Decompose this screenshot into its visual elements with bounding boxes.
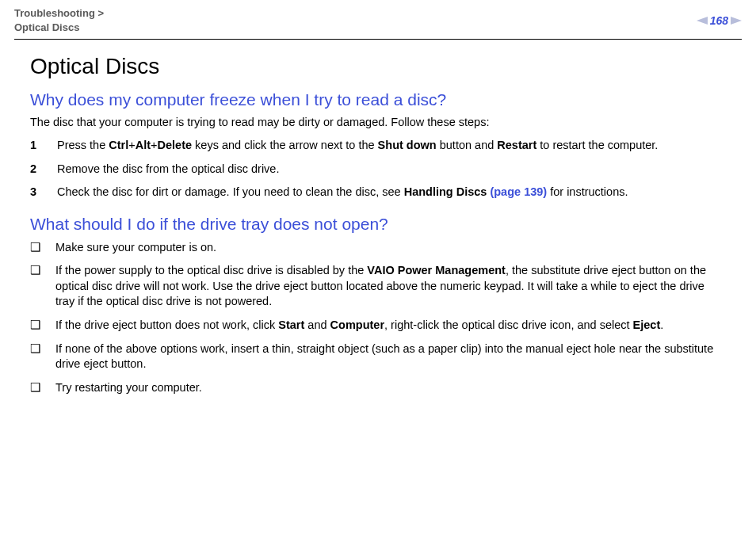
- bullet-icon: ❑: [30, 341, 41, 372]
- bullet-text: If the drive eject button does not work,…: [55, 318, 663, 334]
- page-number: 168: [710, 14, 728, 27]
- step-text: Remove the disc from the optical disc dr…: [57, 162, 279, 177]
- page-header: Troubleshooting > Optical Discs 168: [14, 6, 742, 39]
- numbered-steps: 1 Press the Ctrl+Alt+Delete keys and cli…: [30, 138, 726, 200]
- list-item: ❑ Try restarting your computer.: [30, 380, 726, 396]
- page-link[interactable]: (page 139): [487, 185, 547, 198]
- list-item: ❑ If the power supply to the optical dis…: [30, 263, 726, 310]
- list-item: ❑ If the drive eject button does not wor…: [30, 318, 726, 334]
- step-number: 1: [30, 138, 40, 154]
- breadcrumb-line1: Troubleshooting >: [14, 6, 104, 21]
- list-item: ❑ If none of the above options work, ins…: [30, 341, 726, 372]
- step-text: Press the Ctrl+Alt+Delete keys and click…: [57, 138, 658, 154]
- step-number: 3: [30, 185, 40, 200]
- bullet-icon: ❑: [30, 318, 41, 334]
- bullet-list: ❑ Make sure your computer is on. ❑ If th…: [30, 240, 726, 396]
- step-number: 2: [30, 162, 40, 177]
- bullet-icon: ❑: [30, 240, 41, 256]
- step-row: 3 Check the disc for dirt or damage. If …: [30, 185, 726, 200]
- bullet-text: If the power supply to the optical disc …: [55, 263, 726, 310]
- bullet-icon: ❑: [30, 263, 41, 310]
- breadcrumb-line2: Optical Discs: [14, 21, 104, 35]
- bullet-text: Make sure your computer is on.: [55, 240, 216, 256]
- section1-heading: Why does my computer freeze when I try t…: [30, 90, 726, 109]
- page-number-nav: 168: [697, 14, 742, 27]
- step-row: 2 Remove the disc from the optical disc …: [30, 162, 726, 177]
- bullet-text: Try restarting your computer.: [55, 380, 202, 396]
- step-row: 1 Press the Ctrl+Alt+Delete keys and cli…: [30, 138, 726, 154]
- breadcrumb: Troubleshooting > Optical Discs: [14, 6, 104, 34]
- page-content: Optical Discs Why does my computer freez…: [14, 54, 742, 395]
- list-item: ❑ Make sure your computer is on.: [30, 240, 726, 256]
- section1-lead: The disc that your computer is trying to…: [30, 116, 726, 128]
- prev-page-icon[interactable]: [697, 17, 708, 25]
- section2-heading: What should I do if the drive tray does …: [30, 215, 726, 234]
- bullet-icon: ❑: [30, 380, 41, 396]
- next-page-icon[interactable]: [731, 17, 742, 25]
- page-title: Optical Discs: [30, 54, 726, 79]
- step-text: Check the disc for dirt or damage. If yo…: [57, 185, 628, 200]
- bullet-text: If none of the above options work, inser…: [55, 341, 726, 372]
- header-rule: [14, 39, 742, 40]
